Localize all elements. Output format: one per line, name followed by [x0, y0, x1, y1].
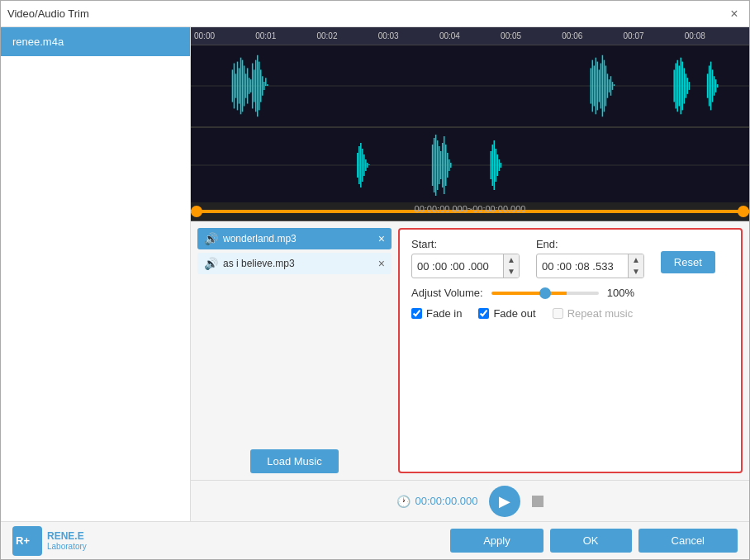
- repeat-checkbox-label[interactable]: Repeat music: [553, 307, 633, 320]
- ruler-mark-3: 00:03: [378, 31, 439, 40]
- speaker-icon-1: 🔊: [204, 232, 218, 245]
- apply-button[interactable]: Apply: [450, 529, 544, 553]
- trim-handle-right[interactable]: [738, 206, 749, 217]
- music-item-2-close[interactable]: ×: [378, 258, 385, 269]
- start-spin-up[interactable]: ▲: [504, 254, 519, 266]
- start-label: Start:: [411, 238, 520, 250]
- waveform-svg-1: [191, 45, 749, 126]
- fade-out-label: Fade out: [493, 307, 535, 320]
- speaker-icon-2: 🔊: [204, 257, 218, 270]
- end-group: End: ▲ ▼: [536, 238, 644, 278]
- titlebar: Video/Audio Trim ×: [1, 1, 749, 27]
- volume-row: Adjust Volume: 100%: [411, 287, 729, 299]
- waveform-area: 00:00 00:01 00:02 00:03 00:04 00:05 00:0…: [191, 27, 749, 221]
- cancel-button[interactable]: Cancel: [638, 529, 738, 553]
- window-title: Video/Audio Trim: [7, 7, 89, 20]
- start-time-input-wrap: ▲ ▼: [411, 254, 520, 278]
- load-music-button[interactable]: Load Music: [250, 449, 338, 473]
- start-spin-down[interactable]: ▼: [504, 266, 519, 278]
- close-button[interactable]: ×: [726, 6, 743, 22]
- stop-button[interactable]: [532, 496, 544, 507]
- main-content: renee.m4a 00:00 00:01 00:02 00:03 00:04 …: [1, 27, 749, 521]
- checkboxes-row: Fade in Fade out Repeat music: [411, 307, 729, 320]
- ruler-mark-1: 00:01: [255, 31, 316, 40]
- brand-name: RENE.E: [47, 530, 87, 542]
- volume-pct: 100%: [607, 287, 634, 299]
- brand-logo: R+: [12, 526, 42, 556]
- brand-sub: Laboratory: [47, 542, 87, 551]
- start-spinners: ▲ ▼: [503, 254, 519, 278]
- sidebar: renee.m4a: [1, 27, 191, 521]
- playback-bar: 🕐 00:00:00.000 ▶: [191, 480, 749, 521]
- end-time-input[interactable]: [537, 257, 628, 276]
- brand-text: RENE.E Laboratory: [47, 530, 87, 551]
- start-end-row: Start: ▲ ▼ End:: [411, 238, 729, 278]
- music-list-panel: 🔊 wonderland.mp3 × 🔊 as i believe.mp3 ×: [197, 228, 392, 473]
- controls-area: 🔊 wonderland.mp3 × 🔊 as i believe.mp3 ×: [191, 221, 749, 480]
- end-time-input-wrap: ▲ ▼: [536, 254, 644, 278]
- svg-text:R+: R+: [16, 534, 30, 547]
- fade-in-checkbox[interactable]: [411, 308, 422, 319]
- music-item-1-left: 🔊 wonderland.mp3: [204, 232, 297, 245]
- music-item-2-left: 🔊 as i believe.mp3: [204, 257, 295, 270]
- music-list-inner: 🔊 wonderland.mp3 × 🔊 as i believe.mp3 ×: [197, 228, 392, 439]
- reset-button[interactable]: Reset: [661, 251, 715, 273]
- trim-handle-left[interactable]: [191, 206, 202, 217]
- ruler-mark-0: 00:00: [194, 31, 255, 40]
- clock-icon: 🕐: [396, 495, 411, 508]
- end-spin-up[interactable]: ▲: [629, 254, 643, 266]
- playback-time: 00:00:00.000: [415, 495, 478, 507]
- ruler-mark-4: 00:04: [439, 31, 501, 40]
- fade-out-checkbox[interactable]: [478, 308, 489, 319]
- waveform-track-2: [191, 128, 749, 202]
- volume-label: Adjust Volume:: [411, 287, 483, 299]
- ruler-mark-8: 00:08: [685, 31, 746, 40]
- ok-button[interactable]: OK: [550, 529, 632, 553]
- end-spinners: ▲ ▼: [628, 254, 643, 278]
- brand-area: R+ RENE.E Laboratory: [12, 526, 87, 556]
- main-window: Video/Audio Trim × renee.m4a 00:00 00:01…: [0, 0, 750, 560]
- settings-panel: Start: ▲ ▼ End:: [398, 228, 743, 473]
- ruler-mark-7: 00:07: [624, 31, 685, 40]
- music-item-2-label: as i believe.mp3: [223, 258, 295, 269]
- ruler-mark-5: 00:05: [501, 31, 562, 40]
- end-spin-down[interactable]: ▼: [629, 266, 643, 278]
- fade-in-checkbox-label[interactable]: Fade in: [411, 307, 462, 320]
- start-group: Start: ▲ ▼: [411, 238, 520, 278]
- repeat-label: Repeat music: [567, 307, 633, 320]
- start-time-input[interactable]: [412, 257, 503, 276]
- waveform-track-1: [191, 45, 749, 128]
- sidebar-item-label: renee.m4a: [12, 36, 64, 48]
- trim-bar: 00:00:00.000~00:00:00.000: [191, 202, 749, 221]
- play-button[interactable]: ▶: [489, 486, 520, 517]
- music-item-2: 🔊 as i believe.mp3 ×: [197, 253, 392, 274]
- footer-buttons: Apply OK Cancel: [450, 529, 738, 553]
- trim-time-label: 00:00:00.000~00:00:00.000: [415, 204, 526, 214]
- fade-out-checkbox-label[interactable]: Fade out: [478, 307, 535, 320]
- ruler-mark-6: 00:06: [562, 31, 623, 40]
- volume-slider[interactable]: [491, 292, 599, 295]
- sidebar-item-file[interactable]: renee.m4a: [1, 27, 190, 56]
- play-time: 🕐 00:00:00.000: [396, 495, 478, 508]
- timeline-ruler: 00:00 00:01 00:02 00:03 00:04 00:05 00:0…: [191, 27, 749, 45]
- music-item-1-close[interactable]: ×: [378, 233, 385, 244]
- music-item-1: 🔊 wonderland.mp3 ×: [197, 228, 392, 249]
- right-panel: 00:00 00:01 00:02 00:03 00:04 00:05 00:0…: [191, 27, 749, 521]
- end-label: End:: [536, 238, 644, 250]
- ruler-marks: 00:00 00:01 00:02 00:03 00:04 00:05 00:0…: [194, 31, 746, 40]
- repeat-checkbox: [553, 308, 563, 319]
- footer-area: R+ RENE.E Laboratory Apply OK Cancel: [1, 521, 749, 559]
- ruler-mark-2: 00:02: [316, 31, 377, 40]
- waveform-svg-2: [191, 128, 749, 202]
- fade-in-label: Fade in: [426, 307, 462, 320]
- play-icon: ▶: [499, 492, 510, 510]
- music-item-1-label: wonderland.mp3: [223, 233, 297, 244]
